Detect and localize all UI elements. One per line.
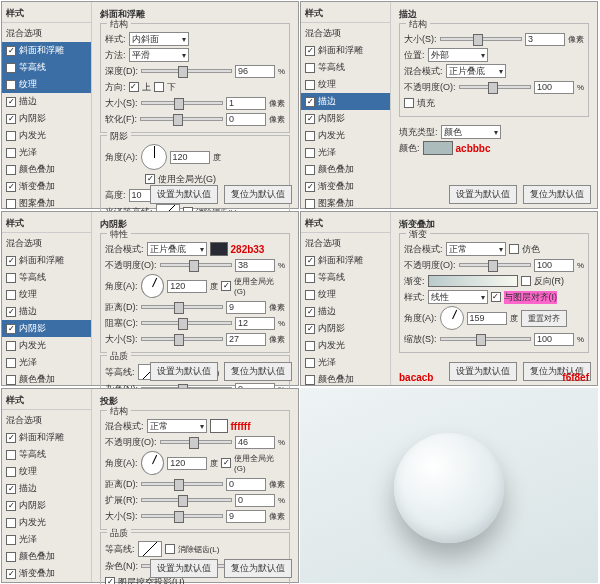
sidebar-blend-options[interactable]: 混合选项 bbox=[2, 235, 91, 252]
sidebar-inner-glow[interactable]: 内发光 bbox=[301, 337, 390, 354]
is-global-cb[interactable] bbox=[221, 281, 231, 291]
stroke-blend-select[interactable]: 正片叠底 bbox=[446, 64, 506, 78]
go-angle-input[interactable] bbox=[467, 312, 507, 325]
sidebar-color-overlay[interactable]: 颜色叠加 bbox=[2, 161, 91, 178]
set-default-button[interactable]: 设置为默认值 bbox=[150, 362, 218, 381]
sidebar-stroke[interactable]: 描边 bbox=[2, 93, 91, 110]
stroke-opacity-input[interactable] bbox=[534, 81, 574, 94]
is-size-input[interactable] bbox=[226, 333, 266, 346]
is-dist-input[interactable] bbox=[226, 301, 266, 314]
is-blend-select[interactable]: 正片叠底 bbox=[147, 242, 207, 256]
is-dist-slider[interactable] bbox=[141, 305, 223, 309]
sidebar-blend-options[interactable]: 混合选项 bbox=[2, 25, 91, 42]
stroke-opacity-slider[interactable] bbox=[459, 85, 531, 89]
soften-slider[interactable] bbox=[140, 117, 223, 121]
set-default-button[interactable]: 设置为默认值 bbox=[449, 185, 517, 204]
sidebar-inner-glow[interactable]: 内发光 bbox=[2, 337, 91, 354]
sidebar-bevel[interactable]: 斜面和浮雕 bbox=[301, 252, 390, 269]
reset-align-button[interactable]: 重置对齐 bbox=[521, 310, 567, 327]
go-opacity-input[interactable] bbox=[534, 259, 574, 272]
sidebar-texture[interactable]: 纹理 bbox=[2, 463, 91, 480]
sidebar-satin[interactable]: 光泽 bbox=[2, 354, 91, 371]
ds-dist-input[interactable] bbox=[226, 478, 266, 491]
reset-default-button[interactable]: 复位为默认值 bbox=[224, 185, 292, 204]
ds-opacity-input[interactable] bbox=[235, 436, 275, 449]
soften-input[interactable] bbox=[226, 113, 266, 126]
set-default-button[interactable]: 设置为默认值 bbox=[150, 559, 218, 578]
sidebar-blend-options[interactable]: 混合选项 bbox=[301, 235, 390, 252]
sidebar-inner-glow[interactable]: 内发光 bbox=[2, 514, 91, 531]
depth-input[interactable] bbox=[235, 65, 275, 78]
reverse-cb[interactable] bbox=[521, 276, 531, 286]
sidebar-contour[interactable]: 等高线 bbox=[2, 59, 91, 76]
is-choke-slider[interactable] bbox=[141, 321, 232, 325]
sidebar-contour[interactable]: 等高线 bbox=[301, 59, 390, 76]
sidebar-stroke[interactable]: 描边 bbox=[2, 480, 91, 497]
ds-angle-dial[interactable] bbox=[141, 451, 165, 475]
ds-contour[interactable] bbox=[138, 541, 162, 557]
sidebar-texture[interactable]: 纹理 bbox=[2, 286, 91, 303]
sidebar-inner-shadow[interactable]: 内阴影 bbox=[2, 497, 91, 514]
ds-blend-select[interactable]: 正常 bbox=[147, 419, 207, 433]
is-choke-input[interactable] bbox=[235, 317, 275, 330]
sidebar-pat-overlay[interactable]: 图案叠加 bbox=[2, 195, 91, 212]
stroke-color[interactable] bbox=[423, 141, 453, 155]
set-default-button[interactable]: 设置为默认值 bbox=[150, 185, 218, 204]
position-select[interactable]: 外部 bbox=[428, 48, 488, 62]
sidebar-contour[interactable]: 等高线 bbox=[301, 269, 390, 286]
sidebar-satin[interactable]: 光泽 bbox=[301, 144, 390, 161]
sidebar-texture[interactable]: 纹理 bbox=[301, 286, 390, 303]
sidebar-inner-shadow[interactable]: 内阴影 bbox=[301, 320, 390, 337]
is-size-slider[interactable] bbox=[141, 337, 224, 341]
stroke-size-input[interactable] bbox=[525, 33, 565, 46]
global-light-cb[interactable] bbox=[145, 174, 155, 184]
sidebar-color-overlay[interactable]: 颜色叠加 bbox=[301, 161, 390, 178]
sidebar-texture[interactable]: 纹理 bbox=[301, 76, 390, 93]
sidebar-grad-overlay[interactable]: 渐变叠加 bbox=[2, 565, 91, 582]
go-angle-dial[interactable] bbox=[440, 306, 464, 330]
go-opacity-slider[interactable] bbox=[459, 263, 531, 267]
sidebar-satin[interactable]: 光泽 bbox=[2, 144, 91, 161]
ds-size-slider[interactable] bbox=[141, 514, 224, 518]
sidebar-color-overlay[interactable]: 颜色叠加 bbox=[2, 548, 91, 565]
is-angle-dial[interactable] bbox=[141, 274, 165, 298]
size-input[interactable] bbox=[226, 97, 266, 110]
sidebar-satin[interactable]: 光泽 bbox=[2, 531, 91, 548]
sidebar-blend-options[interactable]: 混合选项 bbox=[301, 25, 390, 42]
go-blend-select[interactable]: 正常 bbox=[446, 242, 506, 256]
reset-default-button[interactable]: 复位为默认值 bbox=[224, 559, 292, 578]
ds-color[interactable] bbox=[210, 419, 228, 433]
reset-default-button[interactable]: 复位为默认值 bbox=[523, 185, 591, 204]
technique-select[interactable]: 平滑 bbox=[129, 48, 189, 62]
ds-spread-input[interactable] bbox=[235, 494, 275, 507]
fill-type-select[interactable]: 颜色 bbox=[441, 125, 501, 139]
ds-size-input[interactable] bbox=[226, 510, 266, 523]
sidebar-bevel[interactable]: 斜面和浮雕 bbox=[2, 42, 91, 59]
sidebar-texture[interactable]: 纹理 bbox=[2, 76, 91, 93]
sidebar-inner-glow[interactable]: 内发光 bbox=[2, 127, 91, 144]
sidebar-bevel[interactable]: 斜面和浮雕 bbox=[2, 252, 91, 269]
sidebar-bevel[interactable]: 斜面和浮雕 bbox=[301, 42, 390, 59]
dither-cb[interactable] bbox=[509, 244, 519, 254]
sidebar-blend-options[interactable]: 混合选项 bbox=[2, 412, 91, 429]
ds-spread-slider[interactable] bbox=[141, 498, 232, 502]
ds-angle-input[interactable] bbox=[167, 457, 207, 470]
knockout-cb[interactable] bbox=[404, 98, 414, 108]
is-color[interactable] bbox=[210, 242, 228, 256]
ds-global-cb[interactable] bbox=[221, 458, 231, 468]
sidebar-stroke[interactable]: 描边 bbox=[301, 303, 390, 320]
is-opacity-input[interactable] bbox=[235, 259, 275, 272]
sidebar-grad-overlay[interactable]: 渐变叠加 bbox=[301, 178, 390, 195]
ds-opacity-slider[interactable] bbox=[160, 440, 232, 444]
align-cb[interactable] bbox=[491, 292, 501, 302]
sidebar-grad-overlay[interactable]: 渐变叠加 bbox=[2, 178, 91, 195]
sidebar-color-overlay[interactable]: 颜色叠加 bbox=[2, 371, 91, 388]
sidebar-inner-shadow[interactable]: 内阴影 bbox=[2, 320, 91, 337]
stroke-size-slider[interactable] bbox=[440, 37, 523, 41]
size-slider[interactable] bbox=[141, 101, 224, 105]
angle-input[interactable] bbox=[170, 151, 210, 164]
sidebar-inner-shadow[interactable]: 内阴影 bbox=[2, 110, 91, 127]
reset-default-button[interactable]: 复位为默认值 bbox=[224, 362, 292, 381]
sidebar-color-overlay[interactable]: 颜色叠加 bbox=[301, 371, 390, 388]
knockout-cb[interactable] bbox=[105, 577, 115, 584]
